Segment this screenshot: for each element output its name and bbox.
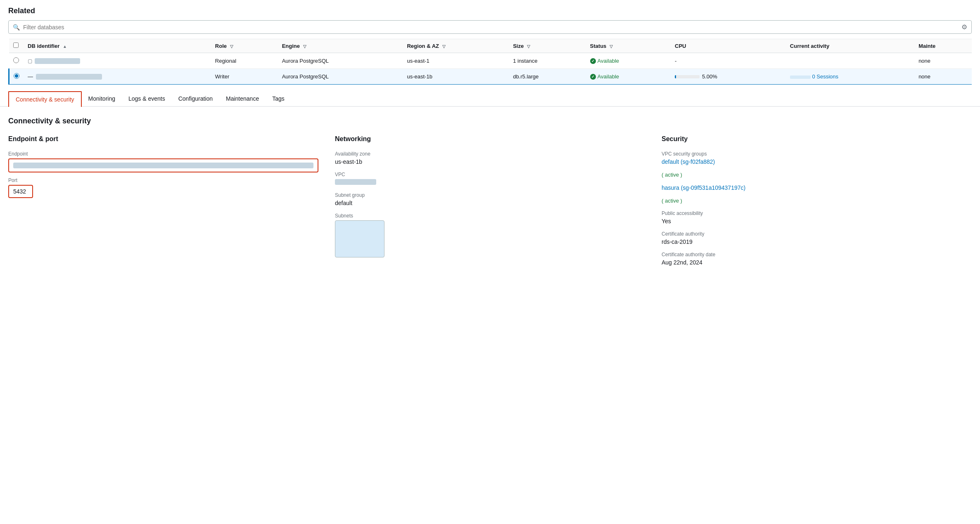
role-sort-icon: ▽ [230, 44, 233, 49]
security-col: Security VPC security groups default (sg… [662, 135, 972, 272]
search-bar[interactable]: 🔍 ⚙ [8, 20, 972, 34]
endpoint-value-blurred [13, 163, 313, 168]
tabs-container: Connectivity & security Monitoring Logs … [0, 91, 980, 107]
col-maintenance: Mainte [914, 39, 972, 53]
row2-role: Writer [211, 69, 278, 85]
cert-authority-date-label: Certificate authority date [662, 252, 972, 257]
db-table: DB identifier ▲ Role ▽ Engine ▽ Region &… [8, 39, 972, 85]
row1-radio-cell[interactable] [9, 53, 24, 69]
vpc-sg-label: VPC security groups [662, 151, 972, 157]
settings-icon[interactable]: ⚙ [961, 23, 967, 31]
endpoint-box[interactable] [8, 158, 318, 172]
row2-radio-cell[interactable] [9, 69, 24, 85]
search-row: 🔍 ⚙ [8, 20, 972, 39]
row2-maintenance: none [914, 69, 972, 85]
cpu-bar-fill [675, 75, 676, 78]
row2-cpu: 5.00% [671, 69, 786, 85]
cpu-bar-track [675, 75, 700, 78]
expand-icon[interactable]: ▢ [28, 58, 32, 64]
connectivity-section-title: Connectivity & security [8, 117, 972, 125]
row2-size: db.r5.large [509, 69, 586, 85]
endpoint-port-col: Endpoint & port Endpoint Port 5432 [8, 135, 318, 272]
row1-identifier-blurred [35, 58, 80, 64]
sg2-name[interactable]: hasura (sg-09f531a109437197c) [662, 184, 972, 191]
az-label: Availability zone [335, 151, 645, 157]
col-current-activity: Current activity [786, 39, 914, 53]
subnet-group-label: Subnet group [335, 192, 645, 198]
search-input[interactable] [23, 24, 961, 31]
status-sort-icon: ▽ [610, 44, 613, 49]
related-title: Related [8, 7, 972, 15]
row1-size: 1 instance [509, 53, 586, 69]
tab-configuration[interactable]: Configuration [172, 91, 219, 107]
row1-maintenance: none [914, 53, 972, 69]
region-sort-icon: ▽ [442, 44, 446, 49]
port-label: Port [8, 177, 318, 183]
select-all-checkbox[interactable] [13, 42, 19, 48]
sg1-name[interactable]: default (sg-f02fa882) [662, 158, 972, 165]
status-available-icon-2 [590, 74, 596, 80]
tab-monitoring[interactable]: Monitoring [82, 91, 122, 107]
row2-radio[interactable] [14, 73, 19, 79]
tab-connectivity[interactable]: Connectivity & security [8, 91, 82, 107]
table-row[interactable]: — Writer Aurora PostgreSQL us-east-1b db… [9, 69, 972, 85]
tab-tags[interactable]: Tags [266, 91, 291, 107]
sessions-bar [790, 76, 811, 79]
row1-radio[interactable] [13, 57, 19, 63]
tabs-list: Connectivity & security Monitoring Logs … [0, 91, 980, 106]
tab-logs[interactable]: Logs & events [122, 91, 172, 107]
security-col-title: Security [662, 135, 972, 143]
networking-col-title: Networking [335, 135, 645, 143]
checkbox-header[interactable] [9, 39, 24, 53]
col-status[interactable]: Status ▽ [586, 39, 671, 53]
table-header-row: DB identifier ▲ Role ▽ Engine ▽ Region &… [9, 39, 972, 53]
row2-db-identifier[interactable]: — [24, 69, 211, 85]
tab-maintenance[interactable]: Maintenance [219, 91, 266, 107]
sessions-link[interactable]: 0 Sessions [790, 73, 838, 80]
subnets-visual [335, 220, 384, 257]
related-section: Related 🔍 ⚙ DB identifier ▲ [0, 0, 980, 85]
search-icon: 🔍 [13, 24, 20, 31]
table-row[interactable]: ▢ Regional Aurora PostgreSQL us-east-1 1… [9, 53, 972, 69]
vpc-blurred [335, 179, 376, 185]
row1-region-az: us-east-1 [403, 53, 509, 69]
row1-db-identifier[interactable]: ▢ [24, 53, 211, 69]
row2-region-az: us-east-1b [403, 69, 509, 85]
endpoint-port-col-title: Endpoint & port [8, 135, 318, 143]
row1-engine: Aurora PostgreSQL [278, 53, 403, 69]
cert-authority-date-value: Aug 22nd, 2024 [662, 259, 972, 266]
row2-status: Available [586, 69, 671, 85]
cpu-pct-label: 5.00% [702, 73, 717, 80]
public-accessibility-value: Yes [662, 218, 972, 224]
col-cpu: CPU [671, 39, 786, 53]
sg1-status: ( active ) [662, 172, 972, 178]
endpoint-label: Endpoint [8, 151, 318, 157]
vpc-value [335, 179, 645, 186]
sort-asc-icon: ▲ [63, 44, 67, 49]
sg1-link[interactable]: default (sg-f02fa882) [662, 158, 715, 165]
row2-engine: Aurora PostgreSQL [278, 69, 403, 85]
az-value: us-east-1b [335, 158, 645, 165]
row1-current-activity [786, 53, 914, 69]
row2-current-activity[interactable]: 0 Sessions [786, 69, 914, 85]
sg2-status: ( active ) [662, 198, 972, 204]
three-col-grid: Endpoint & port Endpoint Port 5432 Netwo… [8, 135, 972, 272]
engine-sort-icon: ▽ [303, 44, 306, 49]
networking-col: Networking Availability zone us-east-1b … [335, 135, 645, 272]
col-region-az[interactable]: Region & AZ ▽ [403, 39, 509, 53]
status-available-icon [590, 58, 596, 64]
col-engine[interactable]: Engine ▽ [278, 39, 403, 53]
col-role[interactable]: Role ▽ [211, 39, 278, 53]
sg2-link[interactable]: hasura (sg-09f531a109437197c) [662, 184, 745, 191]
row2-identifier-blurred [36, 74, 102, 80]
row1-cpu: - [671, 53, 786, 69]
public-accessibility-label: Public accessibility [662, 210, 972, 216]
col-size[interactable]: Size ▽ [509, 39, 586, 53]
cert-authority-label: Certificate authority [662, 231, 972, 237]
row1-status: Available [586, 53, 671, 69]
size-sort-icon: ▽ [527, 44, 530, 49]
row1-role: Regional [211, 53, 278, 69]
row2-indent: — [28, 73, 33, 80]
subnets-label: Subnets [335, 213, 645, 219]
col-db-identifier[interactable]: DB identifier ▲ [24, 39, 211, 53]
